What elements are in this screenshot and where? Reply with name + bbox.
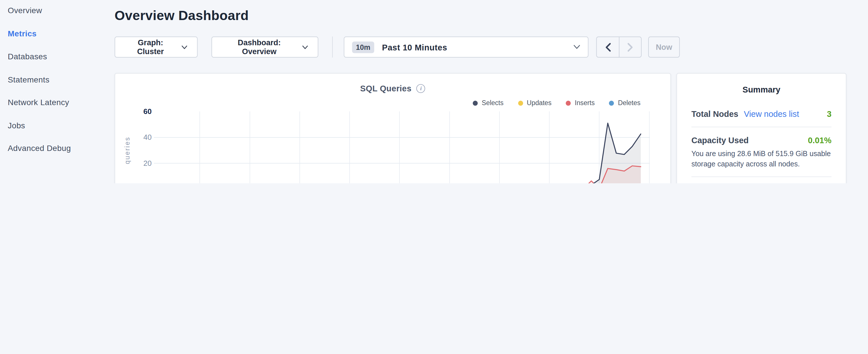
sidebar-nav: OverviewMetricsDatabasesStatementsNetwor… bbox=[0, 0, 108, 183]
sidebar-item-overview[interactable]: Overview bbox=[8, 6, 108, 15]
db-console-page: OverviewMetricsDatabasesStatementsNetwor… bbox=[0, 0, 868, 183]
controls-divider bbox=[332, 36, 333, 57]
summary-panel: Summary Total NodesView nodes list3Capac… bbox=[677, 73, 846, 183]
time-range-label: Past 10 Minutes bbox=[382, 42, 447, 52]
dashboard-selector-label: Dashboard: Overview bbox=[222, 38, 297, 56]
summary-row-unavailable-ranges: Unavailable ranges0 bbox=[691, 176, 832, 183]
sidebar-item-metrics[interactable]: Metrics bbox=[8, 29, 108, 38]
chevron-left-icon bbox=[604, 42, 611, 52]
time-window-pager bbox=[596, 36, 642, 57]
chevron-down-icon bbox=[181, 45, 187, 49]
sidebar-item-statements[interactable]: Statements bbox=[8, 75, 108, 84]
summary-note: You are using 28.6 MiB of 515.9 GiB usab… bbox=[691, 145, 832, 176]
time-range-picker[interactable]: 10m Past 10 Minutes bbox=[344, 36, 589, 57]
graph-selector-label: Graph: Cluster bbox=[125, 38, 176, 56]
time-range-badge: 10m bbox=[352, 41, 374, 53]
chevron-right-icon bbox=[627, 42, 633, 52]
summary-value: 3 bbox=[827, 109, 831, 119]
now-button[interactable]: Now bbox=[648, 36, 680, 57]
sql-queries-chart-card: SQL QueriesiSelectsUpdatesInsertsDeletes… bbox=[115, 73, 671, 183]
sidebar-item-databases[interactable]: Databases bbox=[8, 52, 108, 61]
next-window-button[interactable] bbox=[619, 37, 641, 57]
graph-selector-dropdown[interactable]: Graph: Cluster bbox=[115, 36, 198, 57]
prev-window-button[interactable] bbox=[597, 37, 619, 57]
summary-title: Summary bbox=[691, 74, 832, 101]
summary-value: 0.01% bbox=[808, 135, 831, 145]
chevron-down-icon bbox=[302, 45, 308, 49]
chevron-down-icon bbox=[574, 45, 580, 49]
summary-row-capacity-used: Capacity Used0.01%You are using 28.6 MiB… bbox=[691, 127, 832, 176]
summary-row-total-nodes: Total NodesView nodes list3 bbox=[691, 101, 832, 127]
summary-label: Capacity Used bbox=[691, 135, 749, 145]
sidebar-item-jobs[interactable]: Jobs bbox=[8, 121, 108, 130]
sidebar-item-network-latency[interactable]: Network Latency bbox=[8, 98, 108, 107]
dashboard-selector-dropdown[interactable]: Dashboard: Overview bbox=[212, 36, 318, 57]
svg-text:40: 40 bbox=[143, 133, 152, 141]
chart-canvas: 16:3816:3916:4016:4116:4216:4316:4416:45… bbox=[115, 74, 672, 183]
controls-bar: Graph: Cluster Dashboard: Overview 10m P… bbox=[115, 36, 680, 57]
svg-text:queries: queries bbox=[124, 137, 131, 164]
summary-label: Total Nodes bbox=[691, 109, 739, 119]
page-title: Overview Dashboard bbox=[115, 8, 249, 23]
sidebar-list: OverviewMetricsDatabasesStatementsNetwor… bbox=[8, 6, 108, 153]
svg-text:60: 60 bbox=[143, 107, 152, 116]
view-nodes-list-link[interactable]: View nodes list bbox=[744, 109, 799, 119]
summary-rows: Total NodesView nodes list3Capacity Used… bbox=[691, 101, 832, 183]
svg-text:20: 20 bbox=[143, 159, 152, 167]
sidebar-item-advanced-debug[interactable]: Advanced Debug bbox=[8, 144, 108, 153]
